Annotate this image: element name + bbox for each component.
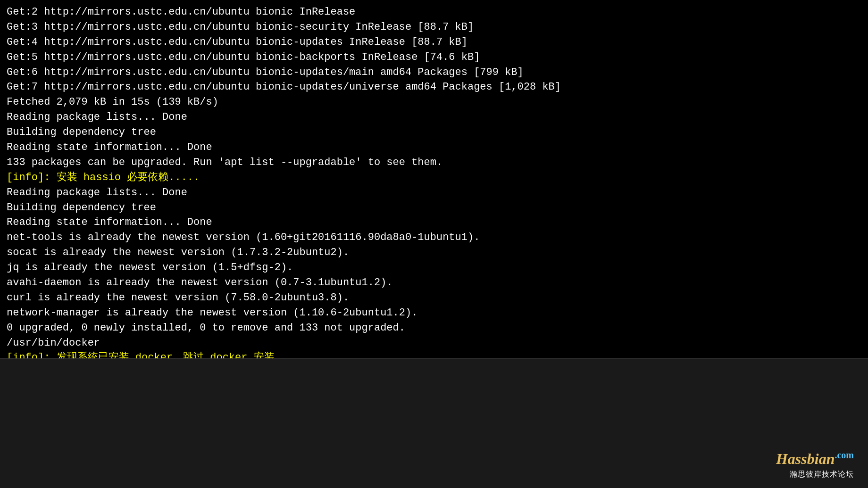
terminal-line: Get:5 http://mirrors.ustc.edu.cn/ubuntu … — [7, 50, 861, 65]
terminal-line: Reading package lists... Done — [7, 185, 861, 200]
terminal-output: Get:2 http://mirrors.ustc.edu.cn/ubuntu … — [0, 0, 868, 358]
terminal-line: Get:3 http://mirrors.ustc.edu.cn/ubuntu … — [7, 20, 861, 35]
terminal-line: network-manager is already the newest ve… — [7, 306, 861, 321]
terminal-line: Reading state information... Done — [7, 140, 861, 155]
footer-watermark: Hassbian.com 瀚思彼岸技术论坛 — [0, 358, 868, 488]
site-name: Hassbian.com — [776, 450, 854, 468]
terminal-line: Get:6 http://mirrors.ustc.edu.cn/ubuntu … — [7, 65, 861, 80]
terminal-line: Building dependency tree — [7, 200, 861, 215]
terminal-line: jq is already the newest version (1.5+df… — [7, 260, 861, 275]
terminal-line: Get:2 http://mirrors.ustc.edu.cn/ubuntu … — [7, 5, 861, 20]
terminal-line: curl is already the newest version (7.58… — [7, 290, 861, 306]
site-subtitle: 瀚思彼岸技术论坛 — [776, 470, 854, 480]
terminal-line: Get:4 http://mirrors.ustc.edu.cn/ubuntu … — [7, 35, 861, 50]
terminal-line: Reading state information... Done — [7, 215, 861, 230]
terminal-line: /usr/bin/docker — [7, 336, 861, 351]
terminal-line: 0 upgraded, 0 newly installed, 0 to remo… — [7, 321, 861, 336]
terminal-line: Fetched 2,079 kB in 15s (139 kB/s) — [7, 95, 861, 110]
terminal-line: socat is already the newest version (1.7… — [7, 245, 861, 260]
terminal-line: Get:7 http://mirrors.ustc.edu.cn/ubuntu … — [7, 80, 861, 95]
site-name-text: Hassbian — [776, 450, 835, 467]
terminal-line: net-tools is already the newest version … — [7, 230, 861, 245]
terminal-line: 133 packages can be upgraded. Run 'apt l… — [7, 155, 861, 170]
com-label: .com — [835, 450, 854, 460]
terminal-line: [info]: 安装 hassio 必要依赖..... — [7, 170, 861, 185]
terminal-line: Reading package lists... Done — [7, 110, 861, 125]
terminal-line: Building dependency tree — [7, 125, 861, 140]
watermark: Hassbian.com 瀚思彼岸技术论坛 — [776, 450, 854, 480]
terminal-line: avahi-daemon is already the newest versi… — [7, 275, 861, 290]
terminal-line: [info]: 发现系统已安装 docker，跳过 docker 安装 — [7, 350, 861, 358]
